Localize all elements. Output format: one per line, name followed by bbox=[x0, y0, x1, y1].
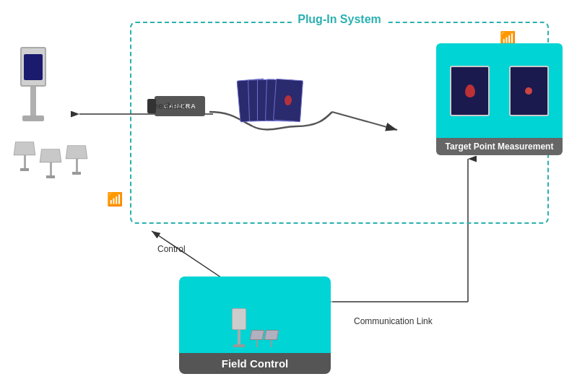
field-control-label: Field Control bbox=[179, 353, 331, 374]
solar-panel-1 bbox=[14, 141, 35, 178]
plugin-system-label: Plug-In System bbox=[292, 13, 387, 26]
field-control-box: Field Control bbox=[179, 276, 331, 374]
diagram-container: Plug-In System bbox=[0, 0, 577, 392]
mini-screen-1 bbox=[450, 66, 490, 116]
target-label: Target Point Measurement bbox=[436, 138, 563, 155]
solar-panels-group bbox=[14, 141, 87, 178]
kiosk-stand bbox=[30, 87, 36, 116]
kiosk-screen-inner bbox=[24, 54, 43, 80]
target-point-measurement-box: Target Point Measurement bbox=[436, 43, 563, 155]
field-control-inner bbox=[179, 276, 331, 353]
kiosk-base bbox=[22, 116, 44, 121]
feedback-label: Feedback bbox=[148, 101, 186, 111]
wifi-icon-left: 📶 bbox=[107, 191, 123, 207]
card-stack bbox=[238, 79, 325, 126]
fc-content bbox=[232, 282, 278, 347]
kiosk-screen bbox=[20, 47, 46, 87]
control-label: Control bbox=[157, 244, 186, 254]
kiosk-tower bbox=[20, 47, 46, 121]
target-inner bbox=[436, 43, 563, 138]
solar-panel-2 bbox=[40, 148, 61, 178]
communication-link-label: Communication Link bbox=[354, 316, 433, 326]
mini-screen-2 bbox=[509, 66, 549, 116]
solar-panel-3 bbox=[66, 144, 87, 178]
fc-mini-panels bbox=[251, 326, 278, 347]
fc-mini-kiosk bbox=[232, 308, 246, 347]
